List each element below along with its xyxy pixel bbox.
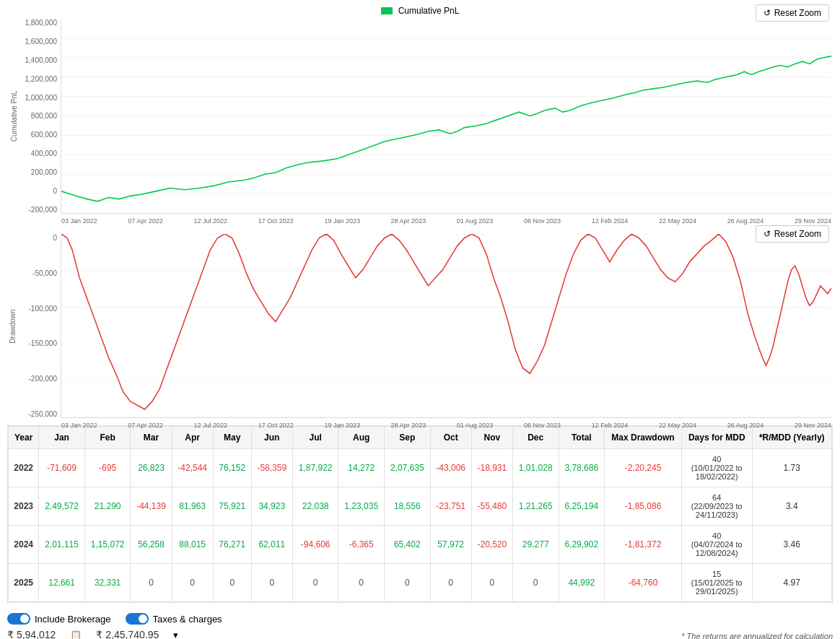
mar-cell: 0 bbox=[131, 564, 172, 602]
table-row: 20242,01,1151,15,07256,25888,01576,27162… bbox=[9, 526, 832, 564]
jun-cell: 34,923 bbox=[251, 487, 292, 526]
maxdd-cell: -2,20,245 bbox=[605, 449, 682, 487]
col-feb: Feb bbox=[84, 427, 131, 449]
col-days-mdd: Days for MDD bbox=[681, 427, 752, 449]
footer-right: * The returns are annualized for calcula… bbox=[681, 632, 833, 639]
may-cell: 76,271 bbox=[213, 526, 251, 564]
chart2-x-axis: 03 Jan 2022 07 Apr 2022 12 Jul 2022 17 O… bbox=[61, 422, 831, 429]
feb-cell: 1,15,072 bbox=[84, 526, 131, 564]
apr-cell: 0 bbox=[172, 564, 213, 602]
table-row: 202512,66132,331000000000044,992-64,7601… bbox=[9, 564, 832, 602]
year-cell: 2023 bbox=[9, 487, 39, 526]
aug-cell: 0 bbox=[338, 564, 385, 602]
mar-cell: -44,139 bbox=[131, 487, 172, 526]
jan-cell: -71,609 bbox=[39, 449, 85, 487]
chart1-area: Cumulative PnL 1,800,000 1,600,000 1,400… bbox=[9, 19, 831, 214]
jul-cell: -94,606 bbox=[292, 526, 338, 564]
col-oct: Oct bbox=[430, 427, 471, 449]
maxdd-cell: -1,81,372 bbox=[605, 526, 682, 564]
oct-cell: 0 bbox=[430, 564, 471, 602]
chart1-legend: Cumulative PnL bbox=[9, 6, 831, 16]
rmdd-cell: 1.73 bbox=[752, 449, 831, 487]
footer-section: Include Brokerage Taxes & charges ₹ 5,94… bbox=[0, 606, 840, 639]
col-apr: Apr bbox=[172, 427, 213, 449]
legend-label: Cumulative PnL bbox=[398, 6, 460, 16]
metrics-row: ₹ 5,94,012 📋 ₹ 2,45,740.95 ▾ bbox=[7, 629, 222, 639]
sep-cell: 65,402 bbox=[385, 526, 431, 564]
toggle-row: Include Brokerage Taxes & charges bbox=[7, 613, 222, 625]
col-nov: Nov bbox=[471, 427, 512, 449]
copy-icon[interactable]: 📋 bbox=[70, 630, 82, 640]
jul-cell: 22,038 bbox=[292, 487, 338, 526]
oct-cell: -23,751 bbox=[430, 487, 471, 526]
dec-cell: 29,277 bbox=[512, 526, 559, 564]
brokerage-label: Include Brokerage bbox=[35, 614, 111, 625]
performance-table: Year Jan Feb Mar Apr May Jun Jul Aug Sep… bbox=[8, 426, 832, 602]
chart1-y-rotated-label: Cumulative PnL bbox=[10, 91, 18, 142]
daysmdd-cell: 40 (10/01/2022 to 18/02/2022) bbox=[681, 449, 752, 487]
cumulative-pnl-line bbox=[61, 56, 831, 201]
chart2-svg-container: 03 Jan 2022 07 Apr 2022 12 Jul 2022 17 O… bbox=[61, 234, 831, 418]
feb-cell: -695 bbox=[84, 449, 131, 487]
col-dec: Dec bbox=[512, 427, 559, 449]
col-jan: Jan bbox=[39, 427, 85, 449]
table-row: 2022-71,609-69526,823-42,54476,152-58,35… bbox=[9, 449, 832, 487]
refresh-icon-1: ↺ bbox=[764, 8, 771, 18]
table-header-row: Year Jan Feb Mar Apr May Jun Jul Aug Sep… bbox=[9, 427, 832, 449]
sep-cell: 0 bbox=[385, 564, 431, 602]
col-year: Year bbox=[9, 427, 39, 449]
taxes-label: Taxes & charges bbox=[153, 614, 222, 625]
feb-cell: 32,331 bbox=[84, 564, 131, 602]
jun-cell: 0 bbox=[251, 564, 292, 602]
aug-cell: 14,272 bbox=[338, 449, 385, 487]
dropdown-icon[interactable]: ▾ bbox=[173, 630, 178, 640]
chart2-area: Drawdown 0 -50,000 -100,000 -150,000 -20… bbox=[9, 234, 831, 418]
may-cell: 76,152 bbox=[213, 449, 251, 487]
metric1-value: ₹ 5,94,012 bbox=[7, 629, 56, 639]
col-mar: Mar bbox=[131, 427, 172, 449]
jul-cell: 1,87,922 bbox=[292, 449, 338, 487]
nov-cell: -18,931 bbox=[471, 449, 512, 487]
taxes-toggle-item[interactable]: Taxes & charges bbox=[126, 613, 222, 625]
col-sep: Sep bbox=[385, 427, 431, 449]
sep-cell: 18,556 bbox=[385, 487, 431, 526]
col-may: May bbox=[213, 427, 251, 449]
sep-cell: 2,07,635 bbox=[385, 449, 431, 487]
rmdd-cell: 3.4 bbox=[752, 487, 831, 526]
reset-zoom-button-2[interactable]: ↺ Reset Zoom bbox=[756, 225, 829, 243]
jun-cell: -58,359 bbox=[251, 449, 292, 487]
aug-cell: 1,23,035 bbox=[338, 487, 385, 526]
nov-cell: 0 bbox=[471, 564, 512, 602]
dec-cell: 1,21,265 bbox=[512, 487, 559, 526]
col-jun: Jun bbox=[251, 427, 292, 449]
taxes-toggle-switch[interactable] bbox=[126, 613, 149, 625]
maxdd-cell: -64,760 bbox=[605, 564, 682, 602]
data-table-container: Year Jan Feb Mar Apr May Jun Jul Aug Sep… bbox=[7, 425, 833, 603]
drawdown-section: ↺ Reset Zoom Drawdown 0 -50,000 -100,000… bbox=[0, 221, 840, 418]
chart1-y-axis: Cumulative PnL 1,800,000 1,600,000 1,400… bbox=[9, 19, 61, 214]
oct-cell: -43,006 bbox=[430, 449, 471, 487]
jun-cell: 62,011 bbox=[251, 526, 292, 564]
year-cell: 2025 bbox=[9, 564, 39, 602]
aug-cell: -6,365 bbox=[338, 526, 385, 564]
col-max-dd: Max Drawdown bbox=[605, 427, 682, 449]
apr-cell: -42,544 bbox=[172, 449, 213, 487]
nov-cell: -20,520 bbox=[471, 526, 512, 564]
chart1-svg-container: 03 Jan 2022 07 Apr 2022 12 Jul 2022 17 O… bbox=[61, 19, 831, 214]
page-wrapper: Cumulative PnL ↺ Reset Zoom Cumulative P… bbox=[0, 0, 840, 639]
jan-cell: 12,661 bbox=[39, 564, 85, 602]
brokerage-toggle-switch[interactable] bbox=[7, 613, 30, 625]
table-row: 20232,49,57221,290-44,13981,96375,92134,… bbox=[9, 487, 832, 526]
total-cell: 44,992 bbox=[559, 564, 605, 602]
daysmdd-cell: 64 (22/09/2023 to 24/11/2023) bbox=[681, 487, 752, 526]
chart2-svg bbox=[61, 234, 831, 417]
col-aug: Aug bbox=[338, 427, 385, 449]
reset-zoom-button-1[interactable]: ↺ Reset Zoom bbox=[756, 4, 829, 22]
year-cell: 2022 bbox=[9, 449, 39, 487]
brokerage-toggle-item[interactable]: Include Brokerage bbox=[7, 613, 111, 625]
jan-cell: 2,01,115 bbox=[39, 526, 85, 564]
may-cell: 0 bbox=[213, 564, 251, 602]
maxdd-cell: -1,85,086 bbox=[605, 487, 682, 526]
chart2-y-rotated-label: Drawdown bbox=[9, 309, 17, 343]
dec-cell: 0 bbox=[512, 564, 559, 602]
